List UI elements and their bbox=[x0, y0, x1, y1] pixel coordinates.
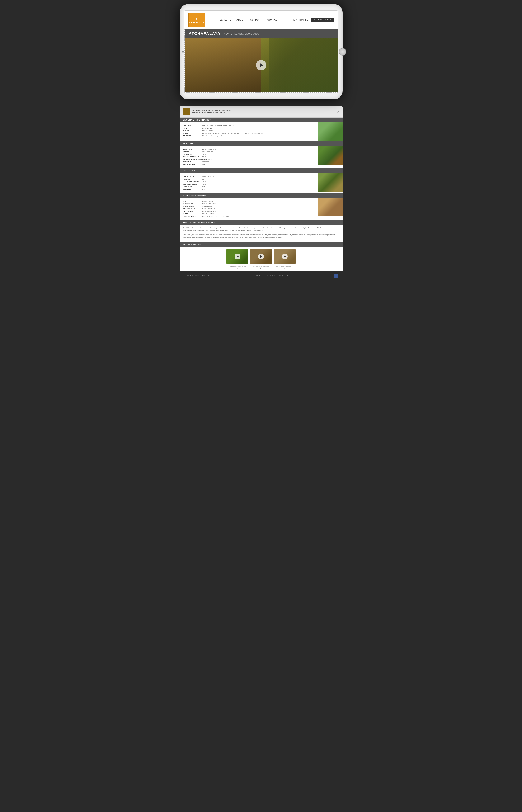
nav-my-profile[interactable]: MY PROFILE bbox=[294, 19, 308, 21]
brunch-label: BRUNCH CHEF bbox=[183, 205, 202, 207]
family-value: YES bbox=[202, 156, 206, 158]
delivery-label: DELIVERY bbox=[183, 188, 202, 190]
facebook-label: f bbox=[336, 274, 337, 277]
info-bar-left: ATCHAFALAYA, NEW ORLEANS, LOUISIANA PREV… bbox=[183, 108, 231, 115]
info-bar-text-block: ATCHAFALAYA, NEW ORLEANS, LOUISIANA PREV… bbox=[192, 110, 231, 114]
linecook-label: LINE COOK bbox=[183, 210, 202, 212]
phone-value: 504-891-9626 bbox=[202, 130, 213, 132]
general-section-header: GENERAL INFORMATION bbox=[180, 118, 343, 122]
seats-label: # SEATS bbox=[183, 178, 202, 180]
staff-souschef-row: SOUS-CHEF CHRISTIAN DISCHLER bbox=[183, 203, 314, 205]
video-thumb-3: ATCHAFALAYA NEW ORLEANS, LOUISIANA ▶ bbox=[274, 249, 296, 269]
general-section-image bbox=[318, 122, 343, 141]
logistics-section: CREDIT CARD VISA, AMEX, MC # SEATS 86 OU… bbox=[180, 173, 343, 193]
type-value: RESTAURANT bbox=[202, 127, 214, 129]
location-value: 901 LOUISIANA AVE NEW ORLEANS, LA bbox=[202, 125, 234, 127]
hero-play-button[interactable] bbox=[256, 60, 266, 70]
logistics-reservations-row: RESERVATIONS YES bbox=[183, 183, 314, 185]
hero-section: ATCHAFALAYA NEW ORLEANS, LOUISIANA bbox=[184, 29, 338, 93]
parking-label: PARKING bbox=[183, 161, 202, 163]
livemusic-label: LIVE MUSIC bbox=[183, 154, 202, 155]
website-value[interactable]: http://www.atchafalayarestaurant.com bbox=[202, 135, 230, 137]
setting-section-header: SETTING bbox=[180, 141, 343, 146]
main-navigation: EXPLORE ABOUT SUPPORT CONTACT bbox=[219, 18, 280, 22]
parking-value: STREET bbox=[202, 161, 209, 163]
staff-section-header: STAFF INFORMATION bbox=[180, 193, 343, 198]
video-prev-button[interactable]: ‹ bbox=[183, 257, 185, 262]
video-icon-3: ▶ bbox=[274, 267, 296, 269]
site-header: ⑂ SPECIALUS EXPLORE ABOUT SUPPORT CONTAC… bbox=[184, 11, 338, 29]
linecook-value: GINA MAZZATELI bbox=[202, 210, 216, 212]
nav-explore[interactable]: EXPLORE bbox=[219, 18, 232, 22]
nav-support[interactable]: SUPPORT bbox=[250, 18, 263, 22]
tablet-camera bbox=[182, 51, 184, 53]
nav-contact[interactable]: CONTACT bbox=[267, 18, 280, 22]
hero-location: NEW ORLEANS, LOUISIANA bbox=[224, 33, 259, 35]
general-section: LOCATION 901 LOUISIANA AVE NEW ORLEANS, … bbox=[180, 122, 343, 141]
restaurant-info-bar: ATCHAFALAYA, NEW ORLEANS, LOUISIANA PREV… bbox=[180, 106, 343, 118]
logistics-section-image bbox=[318, 173, 343, 192]
play-icon bbox=[260, 63, 263, 67]
video-label-1: ATCHAFALAYA NEW ORLEANS, LOUISIANA ▶ bbox=[226, 264, 248, 269]
staff-pastry-row: PASTRY CHEF KARL BARRETT bbox=[183, 208, 314, 210]
proprietors-label: PROPRIETORS bbox=[183, 215, 202, 217]
general-type-row: TYPE RESTAURANT bbox=[183, 127, 314, 129]
additional-paragraph-2: Chef chris lynch, with an impressive res… bbox=[183, 234, 339, 239]
takeout-label: TAKE-OUT bbox=[183, 186, 202, 187]
staff-brunch-row: BRUNCH CHEF JOHN PORTER bbox=[183, 205, 314, 207]
site-logo[interactable]: ⑂ SPECIALUS bbox=[188, 13, 205, 27]
scroll-content: ATCHAFALAYA, NEW ORLEANS, LOUISIANA PREV… bbox=[180, 106, 343, 280]
logistics-section-header: LOGISTICS bbox=[180, 168, 343, 173]
video-thumbnails: ATCHAFALAYA NEW ORLEANS, LOUISIANA ▶ ATC… bbox=[187, 249, 335, 269]
logistics-delivery-row: DELIVERY NO bbox=[183, 188, 314, 190]
additional-section: Small 86 seat restaurant set in a creole… bbox=[180, 225, 343, 242]
staff-section-image bbox=[318, 198, 343, 216]
video-archive-content: ‹ ATCHAFALAYA NEW ORLEANS, LOUISIANA ▶ bbox=[180, 247, 343, 271]
nav-about[interactable]: ABOUT bbox=[236, 18, 246, 22]
video-label-2: ATCHAFALAYA NEW ORLEANS, LOUISIANA ▶ bbox=[250, 264, 272, 269]
facebook-icon[interactable]: f bbox=[334, 273, 338, 278]
wheelchair-value: YES bbox=[208, 159, 212, 160]
video-play-button-3[interactable] bbox=[282, 253, 288, 259]
attire-value: SEMI-FORMAL bbox=[202, 151, 214, 153]
info-bar-preview: PREVIEW OF TONIGHT'S SPECIAL (+) bbox=[192, 111, 231, 114]
general-phone-row: PHONE 504-891-9626 bbox=[183, 130, 314, 132]
family-label: FAMILY FRIENDLY bbox=[183, 156, 202, 158]
video-icon-1: ▶ bbox=[226, 267, 248, 269]
tablet-home-button[interactable] bbox=[339, 48, 346, 56]
creditcard-value: VISA, AMEX, MC bbox=[202, 176, 215, 178]
staff-info-left: CHEF CHRIS LYNCH SOUS-CHEF CHRISTIAN DIS… bbox=[180, 198, 318, 220]
play-icon-3 bbox=[284, 255, 286, 258]
hero-title-bar: ATCHAFALAYA NEW ORLEANS, LOUISIANA bbox=[185, 29, 338, 38]
general-website-row: WEBSITE http://www.atchafalayarestaurant… bbox=[183, 135, 314, 137]
proprietors-value: RACHAEL JAFFE & TONY TOCCO bbox=[202, 215, 229, 217]
restaurant-dropdown[interactable]: ATCHAFALAYA ▾ bbox=[312, 18, 334, 22]
phone-label: PHONE bbox=[183, 130, 202, 132]
wheelchair-label: WHEELCHAIR ACCESSIBLE bbox=[183, 159, 207, 160]
share-icon[interactable]: ⤢ bbox=[337, 110, 339, 113]
staff-cook-row: COOK MIGUEL TROCHEZ bbox=[183, 213, 314, 215]
chef-value: CHRIS LYNCH bbox=[202, 200, 214, 202]
video-next-button[interactable]: › bbox=[337, 257, 339, 262]
plus-label[interactable]: (+) bbox=[223, 111, 226, 114]
seats-value: 86 bbox=[202, 178, 204, 180]
livemusic-value: YES bbox=[202, 154, 206, 155]
bg-layer bbox=[261, 38, 338, 92]
footer-copyright: COPYRIGHT 2013 SPECIALUS bbox=[184, 275, 210, 277]
video-play-button-2[interactable] bbox=[258, 253, 264, 259]
logistics-takeout-row: TAKE-OUT NO bbox=[183, 186, 314, 187]
brunch-value: JOHN PORTER bbox=[202, 205, 214, 207]
setting-ambiance-row: AMBIANCE BUSTLING & FUN bbox=[183, 148, 314, 150]
footer-contact[interactable]: CONTACT bbox=[280, 275, 288, 277]
video-play-button-1[interactable] bbox=[235, 253, 240, 259]
logistics-creditcard-row: CREDIT CARD VISA, AMEX, MC bbox=[183, 176, 314, 178]
outdoor-label: OUTDOOR SEATING bbox=[183, 181, 202, 183]
location-label: LOCATION bbox=[183, 125, 202, 127]
footer-support[interactable]: SUPPORT bbox=[266, 275, 275, 277]
site-footer: COPYRIGHT 2013 SPECIALUS ABOUT SUPPORT C… bbox=[180, 271, 343, 280]
footer-about[interactable]: ABOUT bbox=[256, 275, 262, 277]
general-hours-row: HOURS BRUNCH THURS-MON 11-2:30, SAT & SU… bbox=[183, 133, 314, 134]
hero-restaurant-name: ATCHAFALAYA bbox=[189, 32, 221, 36]
logistics-info-left: CREDIT CARD VISA, AMEX, MC # SEATS 86 OU… bbox=[180, 173, 318, 193]
hero-image bbox=[185, 38, 338, 92]
